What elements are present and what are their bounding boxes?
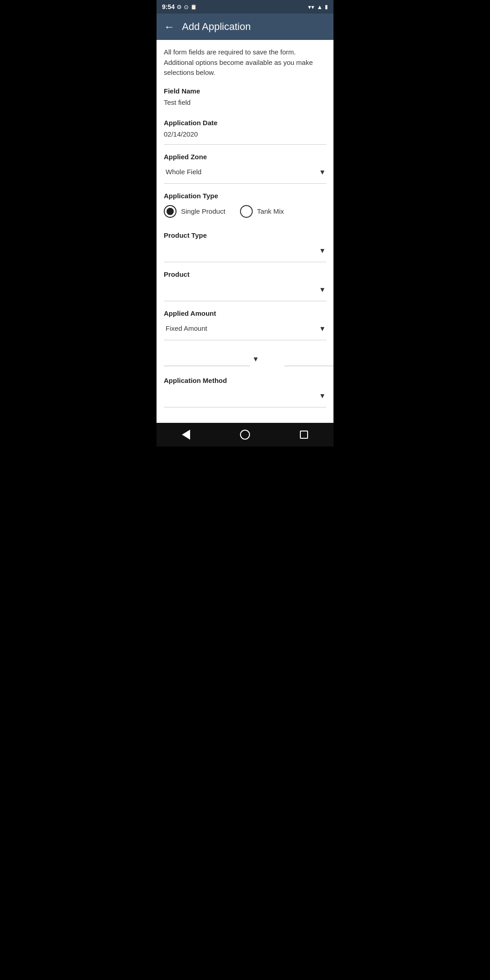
single-product-label: Single Product	[181, 207, 225, 215]
status-left: 9:54 ⚙ ⊙ 📋	[162, 3, 197, 10]
product-type-dropdown[interactable]: ▾	[164, 241, 326, 260]
avd-icon: ⊙	[184, 4, 189, 10]
tank-mix-label: Tank Mix	[257, 207, 284, 215]
status-right: ▾▾ ▲ ▮	[308, 4, 328, 10]
field-name-label: Field Name	[164, 87, 326, 95]
application-method-dropdown[interactable]: ▾	[164, 386, 326, 405]
applied-zone-label: Applied Zone	[164, 153, 326, 161]
amount-input-row: ▾ per acre	[164, 348, 326, 368]
product-section: Product ▾	[164, 270, 326, 301]
app-bar: ← Add Application	[157, 14, 333, 40]
applied-zone-value: Whole Field	[166, 168, 201, 176]
application-method-section: Application Method ▾	[164, 377, 326, 407]
date-divider	[164, 144, 326, 145]
applied-zone-chevron-icon: ▾	[320, 167, 324, 177]
amount-value-input[interactable]	[164, 352, 250, 366]
application-type-label: Application Type	[164, 192, 326, 200]
info-text: All form fields are required to save the…	[164, 47, 326, 78]
applied-amount-dropdown[interactable]: Fixed Amount ▾	[164, 319, 326, 338]
nav-home-icon	[240, 430, 250, 440]
nav-recents-button[interactable]	[293, 423, 315, 446]
product-chevron-icon: ▾	[320, 284, 324, 294]
product-type-label: Product Type	[164, 231, 326, 239]
product-label: Product	[164, 270, 326, 278]
product-dropdown[interactable]: ▾	[164, 280, 326, 299]
applied-amount-section: Applied Amount Fixed Amount ▾ ▾ per acre	[164, 309, 326, 368]
application-type-radio-group: Single Product Tank Mix	[164, 201, 326, 223]
product-type-section: Product Type ▾	[164, 231, 326, 262]
nav-back-button[interactable]	[175, 423, 197, 446]
status-time: 9:54	[162, 3, 175, 10]
applied-amount-chevron-icon: ▾	[320, 323, 324, 333]
application-date-label: Application Date	[164, 119, 326, 127]
amount-unit-input[interactable]	[284, 352, 333, 366]
clipboard-icon: 📋	[191, 4, 197, 10]
tank-mix-radio[interactable]	[240, 205, 253, 218]
applied-zone-section: Applied Zone Whole Field ▾	[164, 153, 326, 184]
status-bar: 9:54 ⚙ ⊙ 📋 ▾▾ ▲ ▮	[157, 0, 333, 14]
single-product-option[interactable]: Single Product	[164, 205, 225, 218]
applied-amount-divider	[164, 340, 326, 340]
single-product-radio-inner	[167, 208, 174, 215]
nav-back-icon	[182, 430, 190, 440]
application-method-label: Application Method	[164, 377, 326, 384]
field-name-section: Field Name Test field	[164, 87, 326, 111]
application-date-value[interactable]: 02/14/2020	[164, 128, 326, 142]
wifi-icon: ▾▾	[308, 4, 314, 10]
product-type-divider	[164, 262, 326, 262]
form-content: All form fields are required to save the…	[157, 40, 333, 423]
page-title: Add Application	[182, 21, 251, 33]
zone-divider	[164, 183, 326, 184]
bottom-nav	[157, 423, 333, 446]
application-method-chevron-icon: ▾	[320, 391, 324, 401]
back-button[interactable]: ←	[164, 20, 175, 33]
amount-unit-dropdown[interactable]: ▾	[254, 354, 281, 364]
tank-mix-option[interactable]: Tank Mix	[240, 205, 284, 218]
application-method-divider	[164, 407, 326, 407]
battery-icon: ▮	[325, 4, 328, 10]
product-divider	[164, 301, 326, 301]
applied-zone-dropdown[interactable]: Whole Field ▾	[164, 162, 326, 181]
applied-amount-label: Applied Amount	[164, 309, 326, 317]
single-product-radio[interactable]	[164, 205, 176, 218]
applied-amount-value: Fixed Amount	[166, 324, 207, 332]
application-type-section: Application Type Single Product Tank Mix	[164, 192, 326, 223]
signal-icon: ▲	[317, 4, 323, 10]
nav-home-button[interactable]	[234, 423, 256, 446]
field-name-value: Test field	[164, 97, 326, 111]
nav-recents-icon	[300, 431, 308, 439]
amount-unit-chevron-icon: ▾	[254, 354, 258, 364]
back-arrow-icon: ←	[164, 20, 175, 33]
application-date-section: Application Date 02/14/2020	[164, 119, 326, 145]
settings-icon: ⚙	[176, 4, 182, 10]
product-type-chevron-icon: ▾	[320, 245, 324, 255]
